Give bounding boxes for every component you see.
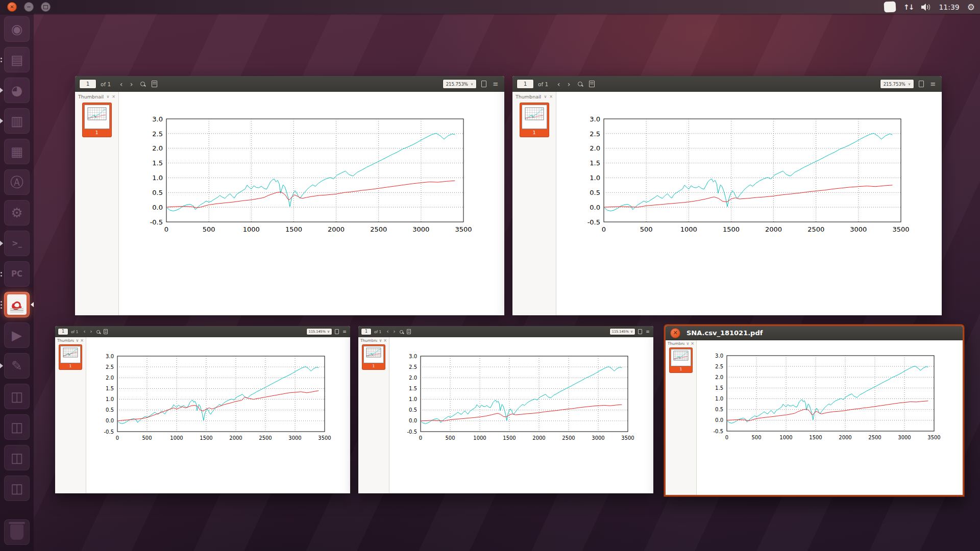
zoom-level-dropdown[interactable]: 215.753% ∨ <box>443 79 477 89</box>
launcher-item-disk-drive-3[interactable]: ◫ <box>0 442 34 473</box>
zoom-value: 115.145% <box>309 330 326 334</box>
window-body: Thumbnails ∨ × 1 05001000150020002500300… <box>75 92 504 315</box>
page-number-input[interactable]: 1 <box>517 79 534 89</box>
page-thumbnail[interactable]: 1 <box>520 103 549 137</box>
launcher-item-videos[interactable]: ▶ <box>0 320 34 350</box>
window-close-button[interactable]: ✕ <box>670 328 680 338</box>
page-number-input[interactable]: 1 <box>58 328 68 335</box>
search-icon[interactable] <box>138 76 147 92</box>
launcher-item-dash-home[interactable]: ◉ <box>0 14 34 44</box>
next-page-button[interactable]: › <box>88 329 93 334</box>
page-view-icon[interactable] <box>917 76 926 92</box>
launcher-item-pycharm[interactable]: PC <box>0 259 34 289</box>
svg-text:3500: 3500 <box>455 226 472 233</box>
svg-text:0.5: 0.5 <box>590 189 600 196</box>
focused-indicator-arrow <box>31 302 34 307</box>
zoom-level-dropdown[interactable]: 115.145% ∨ <box>306 328 332 335</box>
sidebar-close-icon[interactable]: × <box>112 94 115 99</box>
network-updown-icon[interactable]: ↑↓ <box>903 3 913 11</box>
thumbnails-sidebar: Thumbnails ∨ × 1 <box>358 337 389 493</box>
previous-page-button[interactable]: ‹ <box>117 81 125 88</box>
firefox-icon: ◕ <box>4 78 30 103</box>
launcher-item-system-settings[interactable]: ⚙ <box>0 197 34 228</box>
chevron-down-icon[interactable]: ∨ <box>76 338 79 343</box>
zoom-level-dropdown[interactable]: 215.753% ∨ <box>880 79 914 89</box>
launcher-item-disk-drive-2[interactable]: ◫ <box>0 412 34 442</box>
launcher-item-disk-drive-4[interactable]: ◫ <box>0 473 34 504</box>
sidebar-title: Thumbnails <box>57 338 74 343</box>
search-icon[interactable] <box>398 326 404 337</box>
chevron-down-icon: ∨ <box>471 82 473 86</box>
page-thumbnail[interactable]: 1 <box>670 348 692 372</box>
sidebar-close-icon[interactable]: × <box>80 338 84 343</box>
evince-window-bottom-middle[interactable]: 1 of 1 ‹ › 115.145% ∨ ≡ Thumbnails ∨ × 1… <box>358 326 653 493</box>
evince-window-top-right[interactable]: 1 of 1 ‹ › 215.753% ∨ ≡ Thumbnails ∨ × 1… <box>512 76 942 315</box>
page-view-icon[interactable] <box>637 326 643 337</box>
menu-icon[interactable]: ≡ <box>928 76 938 92</box>
session-gear-icon[interactable]: ⚙ <box>967 2 975 12</box>
search-icon[interactable] <box>95 326 101 337</box>
svg-text:0.5: 0.5 <box>409 407 417 413</box>
next-page-button[interactable]: › <box>565 81 573 88</box>
annotation-icon[interactable] <box>406 326 412 337</box>
page-thumbnail[interactable]: 1 <box>362 345 385 369</box>
messaging-indicator-icon[interactable] <box>884 1 896 12</box>
launcher-item-ubuntu-software[interactable]: Ⓐ <box>0 167 34 197</box>
evince-window-bottom-right[interactable]: ✕ SNA.csv_181021.pdf Thumbnails ∨ × 1 05… <box>664 324 964 496</box>
page-view-icon[interactable] <box>479 76 488 92</box>
launcher-item-libreoffice-writer[interactable]: ▥ <box>0 106 34 136</box>
chevron-down-icon[interactable]: ∨ <box>106 94 109 99</box>
svg-text:2500: 2500 <box>868 435 881 440</box>
disk-drive-3-icon: ◫ <box>4 445 30 470</box>
svg-text:1000: 1000 <box>170 435 183 441</box>
next-page-button[interactable]: › <box>391 329 397 334</box>
launcher-item-libreoffice-calc[interactable]: ▦ <box>0 136 34 167</box>
page-thumbnail[interactable]: 1 <box>83 103 111 137</box>
thumbnails-sidebar: Thumbnails ∨ × 1 <box>512 92 556 315</box>
window-close-button[interactable]: ✕ <box>7 2 17 12</box>
next-page-button[interactable]: › <box>128 81 135 88</box>
volume-icon[interactable] <box>921 3 931 11</box>
window-maximize-button[interactable] <box>41 2 51 12</box>
window-minimize-button[interactable]: − <box>24 2 34 12</box>
launcher-item-files[interactable]: ▤ <box>0 44 34 75</box>
chevron-down-icon[interactable]: ∨ <box>544 94 547 99</box>
annotation-icon[interactable] <box>150 76 159 92</box>
running-indicator-pip <box>1 275 2 277</box>
evince-window-bottom-left[interactable]: 1 of 1 ‹ › 115.145% ∨ ≡ Thumbnails ∨ × 1… <box>55 326 350 493</box>
page-view-icon[interactable] <box>334 326 340 337</box>
zoom-level-dropdown[interactable]: 115.145% ∨ <box>609 328 635 335</box>
sidebar-close-icon[interactable]: × <box>691 341 694 346</box>
annotation-icon[interactable] <box>587 76 596 92</box>
previous-page-button[interactable]: ‹ <box>385 329 390 334</box>
menu-icon[interactable]: ≡ <box>645 326 651 337</box>
page-number-input[interactable]: 1 <box>79 79 96 89</box>
sidebar-close-icon[interactable]: × <box>549 94 553 99</box>
svg-text:1000: 1000 <box>779 435 792 440</box>
disk-drive-2-icon: ◫ <box>4 414 30 440</box>
svg-text:1000: 1000 <box>680 226 697 233</box>
chevron-down-icon[interactable]: ∨ <box>686 341 689 346</box>
launcher-item-terminal[interactable]: >_ <box>0 228 34 259</box>
sidebar-close-icon[interactable]: × <box>383 338 387 343</box>
annotation-icon[interactable] <box>103 326 109 337</box>
page-thumbnail[interactable]: 1 <box>59 345 82 369</box>
launcher-item-firefox[interactable]: ◕ <box>0 75 34 106</box>
evince-window-top-left[interactable]: 1 of 1 ‹ › 215.753% ∨ ≡ Thumbnails ∨ × 1… <box>75 76 504 315</box>
chevron-down-icon[interactable]: ∨ <box>379 338 382 343</box>
page-number-input[interactable]: 1 <box>361 328 372 335</box>
search-icon[interactable] <box>575 76 584 92</box>
previous-page-button[interactable]: ‹ <box>555 81 562 88</box>
launcher-item-disk-drive-1[interactable]: ◫ <box>0 381 34 412</box>
launcher-item-evince-document-viewer[interactable] <box>0 289 34 320</box>
sidebar-title: Thumbnails <box>360 338 377 343</box>
launcher-item-text-editor[interactable]: ✎ <box>0 350 34 381</box>
clock[interactable]: 11:39 <box>939 3 959 11</box>
svg-text:3000: 3000 <box>412 226 429 233</box>
window-titlebar[interactable]: ✕ SNA.csv_181021.pdf <box>666 326 963 340</box>
launcher-item-trash[interactable] <box>0 517 34 547</box>
menu-icon[interactable]: ≡ <box>341 326 348 337</box>
thumbnails-sidebar: Thumbnails ∨ × 1 <box>55 337 86 493</box>
previous-page-button[interactable]: ‹ <box>82 329 87 334</box>
menu-icon[interactable]: ≡ <box>491 76 500 92</box>
